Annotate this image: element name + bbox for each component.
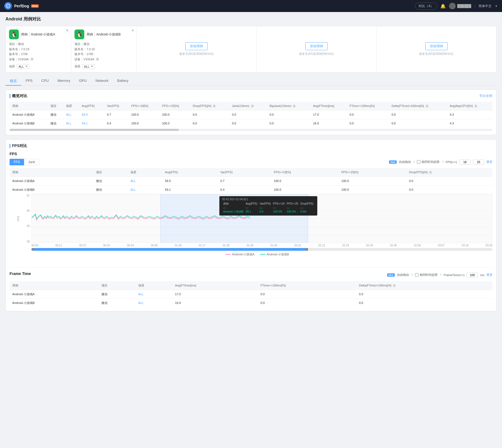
ft-row-a-delta: 0.0 xyxy=(356,290,492,298)
fps-gte-label: FPS(>=) xyxy=(446,160,457,164)
logo-icon xyxy=(4,2,12,10)
th-bigjank: BigJank(/10min) ? xyxy=(267,102,310,110)
ft-sync-trend-input[interactable] xyxy=(415,273,419,277)
tab-overview[interactable]: 概览 xyxy=(5,77,21,86)
ft-th-project: 项目 xyxy=(99,281,136,290)
tab-battery[interactable]: Battery xyxy=(113,77,133,86)
fps-th-case: 用例 xyxy=(10,168,93,177)
fps-y-axis: 61 60 59 58 xyxy=(22,194,31,243)
fps-val2-input[interactable] xyxy=(473,160,484,165)
delta-ftime-help[interactable]: ? xyxy=(425,104,429,108)
drop-fps-help[interactable]: ? xyxy=(213,104,216,108)
th-ftime100: FTime>=100ms[%] xyxy=(347,102,389,110)
chevron-down-icon[interactable]: ▼ xyxy=(495,5,498,8)
fps-x-16: 02:56 xyxy=(414,244,421,247)
device-a-help-icon[interactable]: ? xyxy=(30,58,34,61)
case-a-scene-select[interactable]: ALL xyxy=(17,64,29,69)
fps-sync-trend-checkbox[interactable]: 相同时间趋势 xyxy=(417,160,440,164)
th-scene: 场景 xyxy=(63,102,79,110)
case-b-project: 项目：微信 xyxy=(74,41,133,47)
ft-new-badge: New xyxy=(387,273,395,277)
row-b-fps18: 100.0 xyxy=(129,119,159,128)
app-name: PerfDog xyxy=(14,4,29,8)
tt-var-b-val: 0.5 xyxy=(259,210,272,214)
add-case-2-button[interactable]: 添加用例 xyxy=(305,42,328,50)
fps-free-drive-help[interactable]: ? xyxy=(413,160,415,164)
fps-x-13: 02:23 xyxy=(342,244,349,247)
fps-subsection: FPS FPS Jank New 自由拖动 ? 相同时间趋势 ? FPS(>=) xyxy=(10,152,492,307)
case-a-title: 用例：Android-小游戏A xyxy=(21,32,55,37)
tab-cpu[interactable]: CPU xyxy=(37,77,53,86)
tab-memory[interactable]: Memory xyxy=(53,77,75,86)
fps-sync-trend-help[interactable]: ? xyxy=(442,160,443,164)
tab-gpu[interactable]: GPU xyxy=(75,77,91,86)
th-fps18: FPS>=18[%] xyxy=(129,102,159,110)
close-case-b-button[interactable]: ✕ xyxy=(131,28,134,32)
fps-timeline-bar[interactable] xyxy=(31,248,492,251)
ft-row-a-case: Android-小游戏A xyxy=(10,290,99,298)
row-b-avg-ftime: 16.9 xyxy=(310,119,347,128)
overview-row-b: Android-小游戏B 微信 ALL 59.1 0.4 100.0 100.0… xyxy=(10,119,492,128)
add-case-3-button[interactable]: 添加用例 xyxy=(425,42,448,50)
bigjank-help[interactable]: ? xyxy=(292,104,296,108)
fps-section-header: FPS对比 xyxy=(10,144,492,148)
fps-timeline-handle-left[interactable] xyxy=(31,248,34,251)
overview-horizontal-scrollbar[interactable] xyxy=(10,129,492,131)
fps-row-a-scene: ALL xyxy=(128,177,162,185)
jank-help[interactable]: ? xyxy=(251,104,254,108)
compare-button[interactable]: 对比（4） xyxy=(415,2,437,10)
language-selector[interactable]: 简体中文 xyxy=(479,4,492,8)
fps-compare-section: FPS对比 FPS FPS Jank New 自由拖动 ? 相同时间趋势 xyxy=(5,139,497,311)
ft-reset-link[interactable]: 重置 xyxy=(486,273,492,277)
case-b-scene-select[interactable]: ALL xyxy=(82,64,95,69)
fps-chart-area[interactable]: 00:42:503~02:04:921 用例 Avg(FPS) Var(FPS)… xyxy=(31,194,492,243)
fps-table: 用例 项目 场景 Avg(FPS) Var(FPS) FPS>=18[%] FP… xyxy=(10,168,492,194)
add-case-1-button[interactable]: 添加用例 xyxy=(185,42,208,50)
ft-val-input[interactable] xyxy=(467,273,478,277)
tt-dash2: — xyxy=(244,206,258,210)
tab-fps[interactable]: FPS xyxy=(21,77,37,86)
fps-drop-help[interactable]: ? xyxy=(429,171,432,174)
fps-row-a-fps18: 100.0 xyxy=(271,177,339,185)
fps-row-a: Android-小游戏A 微信 ALL 58.9 0.7 100.0 100.0… xyxy=(10,177,492,185)
case-b-header: 🐧 用例：Android-小游戏B xyxy=(74,29,133,39)
fps-row-a-avg: 58.9 xyxy=(162,177,218,185)
fps-reset-link[interactable]: 重置 xyxy=(486,160,492,164)
case-a-project: 项目：微信 xyxy=(9,41,68,47)
device-b-help-icon[interactable]: ? xyxy=(96,58,99,61)
ft-row-b-scene: ALL xyxy=(136,298,172,307)
fps-table-wrapper: 用例 项目 场景 Avg(FPS) Var(FPS) FPS>=18[%] FP… xyxy=(10,168,492,194)
fps-sync-trend-input[interactable] xyxy=(417,160,420,164)
tooltip-table: 用例 Avg(FPS) Var(FPS) FPS>=18 FPS>=25 Dro… xyxy=(222,202,315,214)
ft-free-drive-help[interactable]: ? xyxy=(411,273,413,277)
ft-row-b-avg: 16.9 xyxy=(172,298,258,307)
fps-x-1: 00:11 xyxy=(55,244,62,247)
bell-icon[interactable]: 🔔 xyxy=(440,4,446,9)
fps-row-b-drop: 0.0 xyxy=(406,185,492,194)
fps-timeline-handle-right[interactable] xyxy=(306,248,308,251)
fps-x-11: 02:01 xyxy=(294,244,301,247)
fps-y-61: 61 xyxy=(27,194,30,197)
avg-cpu-help[interactable]: ? xyxy=(474,104,477,108)
ft-th-ftime100: FTime>=100ms[%] xyxy=(258,281,356,290)
fps-row-a-drop: 0.0 xyxy=(406,177,492,185)
fps-th-scene: 场景 xyxy=(128,168,162,177)
case-a-scene-label: 场景 xyxy=(9,64,15,68)
fps-tab-jank[interactable]: Jank xyxy=(24,159,39,165)
fps-y-58: 58 xyxy=(27,240,30,243)
fps-table-header-row: 用例 项目 场景 Avg(FPS) Var(FPS) FPS>=18[%] FP… xyxy=(10,168,492,177)
fps-th-var: Var(FPS) xyxy=(218,168,271,177)
row-b-avg-cpu: 4.3 xyxy=(447,119,492,128)
ft-delta-help[interactable]: ? xyxy=(393,284,396,287)
ft-sync-trend-help[interactable]: ? xyxy=(440,273,441,277)
tab-network[interactable]: Network xyxy=(91,77,113,86)
fps-tab-fps[interactable]: FPS xyxy=(10,159,24,165)
export-all-link[interactable]: 导出全部 xyxy=(479,94,492,98)
header-left: PerfDog Beta xyxy=(4,2,39,10)
fps-val1-input[interactable] xyxy=(459,160,471,165)
fps-right-controls: New 自由拖动 ? 相同时间趋势 ? FPS(>=) 重置 xyxy=(389,160,492,165)
ft-unit-label: ms xyxy=(480,273,484,277)
user-area: ██████ xyxy=(449,3,471,9)
close-case-a-button[interactable]: ✕ xyxy=(66,28,69,32)
ft-sync-trend-checkbox[interactable]: 相同时间趋势 xyxy=(415,273,438,277)
